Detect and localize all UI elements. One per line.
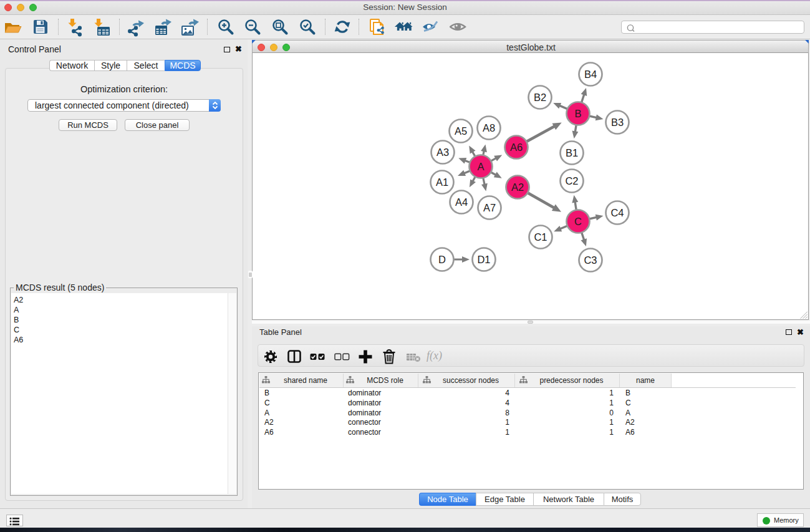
svg-text:A8: A8 (483, 122, 495, 133)
svg-text:A6: A6 (510, 142, 523, 153)
svg-text:A7: A7 (483, 202, 496, 213)
svg-text:B2: B2 (534, 92, 546, 103)
svg-text:B3: B3 (611, 117, 624, 128)
svg-text:B4: B4 (584, 69, 597, 80)
svg-text:C2: C2 (565, 175, 578, 186)
svg-text:C: C (574, 216, 582, 227)
svg-text:A5: A5 (455, 125, 467, 137)
svg-text:A3: A3 (436, 147, 449, 158)
svg-text:A1: A1 (436, 177, 448, 188)
svg-text:B: B (574, 108, 581, 119)
svg-text:B1: B1 (566, 147, 578, 158)
svg-text:C4: C4 (610, 207, 624, 218)
svg-text:C1: C1 (534, 231, 547, 243)
svg-text:A: A (477, 161, 484, 172)
svg-text:A2: A2 (511, 181, 524, 193)
svg-text:A4: A4 (455, 196, 468, 208)
svg-text:C3: C3 (584, 254, 597, 266)
svg-text:D1: D1 (477, 254, 490, 265)
svg-text:D: D (438, 254, 446, 265)
